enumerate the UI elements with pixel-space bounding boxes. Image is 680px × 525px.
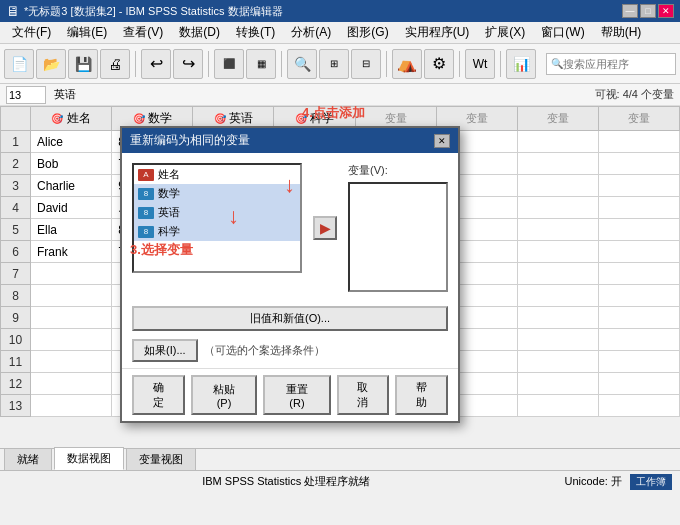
add-variable-button[interactable]: ▶ bbox=[313, 216, 337, 240]
save-button[interactable]: 💾 bbox=[68, 49, 98, 79]
cell-name[interactable] bbox=[31, 351, 112, 373]
cell-name[interactable] bbox=[31, 307, 112, 329]
if-button[interactable]: 如果(I)... bbox=[132, 339, 198, 362]
menu-view[interactable]: 查看(V) bbox=[115, 22, 171, 43]
cell-name[interactable]: Frank bbox=[31, 241, 112, 263]
menu-transform[interactable]: 转换(T) bbox=[228, 22, 283, 43]
cell-name[interactable]: Charlie bbox=[31, 175, 112, 197]
cell-var4[interactable] bbox=[598, 307, 679, 329]
search-box[interactable]: 🔍 bbox=[546, 53, 676, 75]
var-item-math[interactable]: 8 数学 bbox=[134, 184, 300, 203]
var-item-name[interactable]: A 姓名 bbox=[134, 165, 300, 184]
cell-var3[interactable] bbox=[517, 395, 598, 417]
maximize-button[interactable]: □ bbox=[640, 4, 656, 18]
open-file-button[interactable]: 📂 bbox=[36, 49, 66, 79]
select-cases-button[interactable]: ⚙ bbox=[424, 49, 454, 79]
cell-var3[interactable] bbox=[517, 241, 598, 263]
cell-rownum: 8 bbox=[1, 285, 31, 307]
cell-var3[interactable] bbox=[517, 373, 598, 395]
cell-var4[interactable] bbox=[598, 241, 679, 263]
menu-data[interactable]: 数据(D) bbox=[171, 22, 228, 43]
undo-button[interactable]: ↩ bbox=[141, 49, 171, 79]
cell-var4[interactable] bbox=[598, 373, 679, 395]
cell-var4[interactable] bbox=[598, 131, 679, 153]
working-badge[interactable]: 工作簿 bbox=[630, 474, 672, 490]
cell-name[interactable] bbox=[31, 329, 112, 351]
cell-rownum: 4 bbox=[1, 197, 31, 219]
old-new-button[interactable]: 旧值和新值(O)... bbox=[132, 306, 448, 331]
cell-var3[interactable] bbox=[517, 219, 598, 241]
cell-var3[interactable] bbox=[517, 131, 598, 153]
cell-var4[interactable] bbox=[598, 285, 679, 307]
split-file-button[interactable]: ⛺ bbox=[392, 49, 422, 79]
cell-name[interactable] bbox=[31, 373, 112, 395]
weight-cases-button[interactable]: Wt bbox=[465, 49, 495, 79]
redo-button[interactable]: ↪ bbox=[173, 49, 203, 79]
menu-graphs[interactable]: 图形(G) bbox=[339, 22, 396, 43]
cell-var4[interactable] bbox=[598, 395, 679, 417]
cancel-button[interactable]: 取消 bbox=[337, 375, 390, 415]
cell-var3[interactable] bbox=[517, 307, 598, 329]
cell-var3[interactable] bbox=[517, 285, 598, 307]
cell-var4[interactable] bbox=[598, 153, 679, 175]
menu-file[interactable]: 文件(F) bbox=[4, 22, 59, 43]
ok-button[interactable]: 确定 bbox=[132, 375, 185, 415]
header-math-label: 数学 bbox=[148, 111, 172, 125]
header-name[interactable]: 🎯 姓名 bbox=[31, 107, 112, 131]
reset-button[interactable]: 重置(R) bbox=[263, 375, 330, 415]
header-rownum bbox=[1, 107, 31, 131]
insert-cases-button[interactable]: ⊞ bbox=[319, 49, 349, 79]
cell-name[interactable]: David bbox=[31, 197, 112, 219]
cell-name[interactable]: Bob bbox=[31, 153, 112, 175]
insert-var-button[interactable]: ⊟ bbox=[351, 49, 381, 79]
header-var4[interactable]: 变量 bbox=[598, 107, 679, 131]
row-number-input[interactable] bbox=[6, 86, 46, 104]
print-button[interactable]: 🖨 bbox=[100, 49, 130, 79]
goto-var-button[interactable]: ▦ bbox=[246, 49, 276, 79]
paste-button[interactable]: 粘贴(P) bbox=[191, 375, 258, 415]
tab-data-view[interactable]: 数据视图 bbox=[54, 447, 124, 470]
help-button[interactable]: 帮助 bbox=[395, 375, 448, 415]
new-file-button[interactable]: 📄 bbox=[4, 49, 34, 79]
cell-var3[interactable] bbox=[517, 263, 598, 285]
menu-extensions[interactable]: 扩展(X) bbox=[477, 22, 533, 43]
toolbar-sep-3 bbox=[281, 51, 282, 77]
menu-window[interactable]: 窗口(W) bbox=[533, 22, 592, 43]
var-item-english[interactable]: 8 英语 bbox=[134, 203, 300, 222]
menu-analyze[interactable]: 分析(A) bbox=[283, 22, 339, 43]
cell-var4[interactable] bbox=[598, 263, 679, 285]
cell-name[interactable] bbox=[31, 395, 112, 417]
header-var3[interactable]: 变量 bbox=[517, 107, 598, 131]
cell-rownum: 7 bbox=[1, 263, 31, 285]
cell-name[interactable] bbox=[31, 285, 112, 307]
chart-builder-button[interactable]: 📊 bbox=[506, 49, 536, 79]
title-bar-controls: — □ ✕ bbox=[622, 4, 674, 18]
cell-name[interactable]: Alice bbox=[31, 131, 112, 153]
modal-close-button[interactable]: ✕ bbox=[434, 134, 450, 148]
cell-var3[interactable] bbox=[517, 175, 598, 197]
search-input[interactable] bbox=[563, 58, 671, 70]
variable-list[interactable]: A 姓名 8 数学 8 英语 8 科学 bbox=[132, 163, 302, 273]
var-target-box[interactable] bbox=[348, 182, 448, 292]
cell-var3[interactable] bbox=[517, 153, 598, 175]
close-window-button[interactable]: ✕ bbox=[658, 4, 674, 18]
menu-edit[interactable]: 编辑(E) bbox=[59, 22, 115, 43]
menu-utilities[interactable]: 实用程序(U) bbox=[397, 22, 478, 43]
cell-name[interactable]: Ella bbox=[31, 219, 112, 241]
cell-var4[interactable] bbox=[598, 197, 679, 219]
cell-var3[interactable] bbox=[517, 351, 598, 373]
cell-var4[interactable] bbox=[598, 219, 679, 241]
tab-variable-view[interactable]: 变量视图 bbox=[126, 448, 196, 470]
goto-case-button[interactable]: ⬛ bbox=[214, 49, 244, 79]
menu-help[interactable]: 帮助(H) bbox=[593, 22, 650, 43]
cell-var3[interactable] bbox=[517, 329, 598, 351]
cell-rownum: 1 bbox=[1, 131, 31, 153]
cell-var4[interactable] bbox=[598, 175, 679, 197]
cell-var4[interactable] bbox=[598, 351, 679, 373]
cell-name[interactable] bbox=[31, 263, 112, 285]
cell-var3[interactable] bbox=[517, 197, 598, 219]
find-button[interactable]: 🔍 bbox=[287, 49, 317, 79]
cell-var4[interactable] bbox=[598, 329, 679, 351]
minimize-button[interactable]: — bbox=[622, 4, 638, 18]
var-item-science[interactable]: 8 科学 bbox=[134, 222, 300, 241]
